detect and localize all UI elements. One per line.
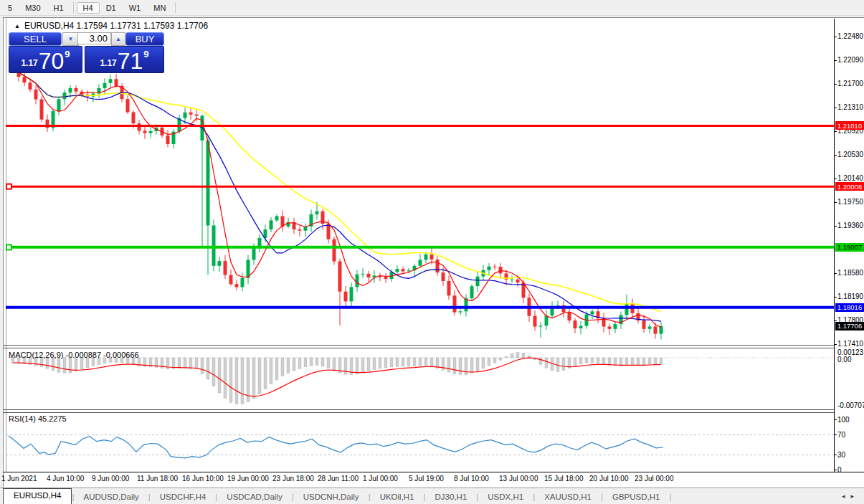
candle [109, 75, 113, 89]
buy-price-box[interactable]: 1.17 71 9 [85, 46, 164, 73]
candle [493, 264, 497, 270]
candle [402, 267, 405, 273]
collapse-arrow-icon[interactable]: ▲ [14, 23, 20, 29]
candle [436, 256, 440, 276]
price-axis-tick: 1.20140 [837, 174, 863, 182]
candle [189, 108, 193, 120]
sell-price-big: 70 [39, 50, 65, 72]
volume-input[interactable]: 3.00 [77, 32, 111, 44]
rsi-axis-tick: 70 [837, 431, 845, 439]
chart-tab-ukoil[interactable]: UKOil,H1 [371, 490, 424, 503]
candle [138, 120, 141, 134]
time-axis-tick: 23 Jul 00:00 [635, 475, 674, 482]
chart-canvas[interactable] [0, 0, 864, 504]
candle [149, 126, 153, 138]
candle [206, 136, 210, 275]
candle [608, 324, 612, 336]
time-axis-tick: 28 Jun 11:00 [318, 475, 359, 482]
rsi-group [6, 435, 834, 458]
time-axis-tick: 1 Jul 00:00 [363, 475, 398, 482]
price-axis-tick: 1.17410 [837, 340, 863, 348]
candle [488, 263, 491, 276]
candle [57, 96, 61, 115]
candle [201, 114, 204, 247]
volume-down-button[interactable]: ▼ [62, 32, 79, 46]
candle [293, 218, 296, 234]
candle [379, 273, 382, 282]
chart-tab-xauusd[interactable]: XAUUSD,H1 [535, 490, 601, 503]
one-click-trade-panel: SELL ▼ 3.00 ▲ BUY 1.17 70 9 1.17 71 9 [9, 32, 163, 72]
candle [539, 322, 543, 338]
candle [235, 280, 239, 290]
candle [419, 254, 422, 268]
sell-button[interactable]: SELL [9, 32, 62, 46]
time-axis-tick: 15 Jul 18:00 [544, 475, 584, 482]
candle [591, 309, 594, 319]
candle [551, 301, 554, 318]
time-axis-tick: 9 Jun 00:00 [92, 475, 129, 482]
time-axis-tick: 19 Jun 00:00 [227, 475, 269, 482]
chart-tab-usdchf[interactable]: USDCHF,H4 [151, 490, 216, 503]
candle [373, 270, 376, 282]
candle [304, 224, 308, 237]
time-axis-tick: 11 Jun 18:00 [137, 475, 178, 482]
candle [579, 321, 583, 335]
chart-tab-audusd[interactable]: AUDUSD,Daily [74, 490, 148, 503]
rsi-label: RSI(14) 45.2275 [9, 414, 67, 423]
candle [637, 309, 640, 323]
candle [229, 270, 233, 286]
candle [143, 127, 147, 139]
candle [75, 85, 78, 94]
candle [648, 324, 652, 334]
chart-tab-usdcad[interactable]: USDCAD,Daily [217, 490, 291, 503]
moving-averages-group [13, 68, 661, 327]
current-price-badge: 1.17706 [835, 322, 864, 331]
buy-price-sup: 9 [143, 49, 148, 60]
macd-axis-tick: 0.00 [837, 356, 851, 363]
time-axis-tick: 20 Jul 10:00 [589, 475, 629, 482]
candle [241, 273, 245, 291]
sell-price-small: 1.17 [21, 58, 37, 68]
chart-title-row: ▲ EURUSD,H4 1.17594 1.17731 1.17593 1.17… [14, 21, 208, 31]
mt4-workspace: 5M30H1H4D1W1MN ▲ EURUSD,H4 1.17594 1.177… [0, 0, 864, 504]
candle [218, 257, 222, 272]
candle [384, 273, 388, 283]
candle [212, 219, 216, 271]
macd-group [6, 353, 834, 404]
macd-label: MACD(12,26,9) -0.000887 -0.000666 [9, 351, 139, 359]
price-axis-tick: 1.19360 [837, 222, 863, 229]
buy-button[interactable]: BUY [125, 32, 164, 46]
price-axis-tick: 1.22090 [837, 56, 863, 64]
rsi-axis-tick: 30 [837, 451, 845, 459]
candle [453, 290, 457, 316]
candle [247, 255, 250, 284]
buy-price-big: 71 [118, 50, 143, 72]
tab-scroll-arrows[interactable]: ◂▸ [842, 493, 860, 500]
hline-price-badge: 1.18016 [835, 303, 864, 312]
candle [642, 315, 646, 333]
candle [46, 115, 49, 132]
price-axis-tick: 1.19750 [837, 198, 863, 206]
candle [568, 308, 571, 323]
sell-price-box[interactable]: 1.17 70 9 [9, 46, 82, 73]
time-axis-tick: 8 Jul 10:00 [454, 475, 489, 482]
hline-price-badge: 1.20008 [835, 182, 864, 191]
volume-up-button[interactable]: ▲ [111, 32, 125, 46]
time-axis-tick: 16 Jun 10:00 [182, 475, 224, 482]
chart-tab-eurusd[interactable]: EURUSD,H4 [3, 488, 72, 504]
chart-tab-usdcnh[interactable]: USDCNH,Daily [294, 490, 369, 503]
candle [344, 286, 348, 306]
candle [367, 271, 371, 282]
candle [98, 84, 101, 98]
candle [602, 313, 606, 333]
time-axis-tick: 13 Jul 00:00 [499, 475, 538, 482]
chart-tab-gbpusd[interactable]: GBPUSD,H1 [603, 490, 669, 503]
chart-tab-usdx[interactable]: USDX,H1 [478, 490, 533, 503]
sell-price-sup: 9 [65, 49, 70, 60]
candle [660, 322, 663, 339]
tab-separator: | [669, 493, 671, 501]
price-axis-tick: 1.18580 [837, 269, 863, 277]
candle [333, 237, 336, 265]
chart-tab-dj30[interactable]: DJ30,H1 [426, 490, 477, 503]
candles-group [11, 62, 663, 340]
